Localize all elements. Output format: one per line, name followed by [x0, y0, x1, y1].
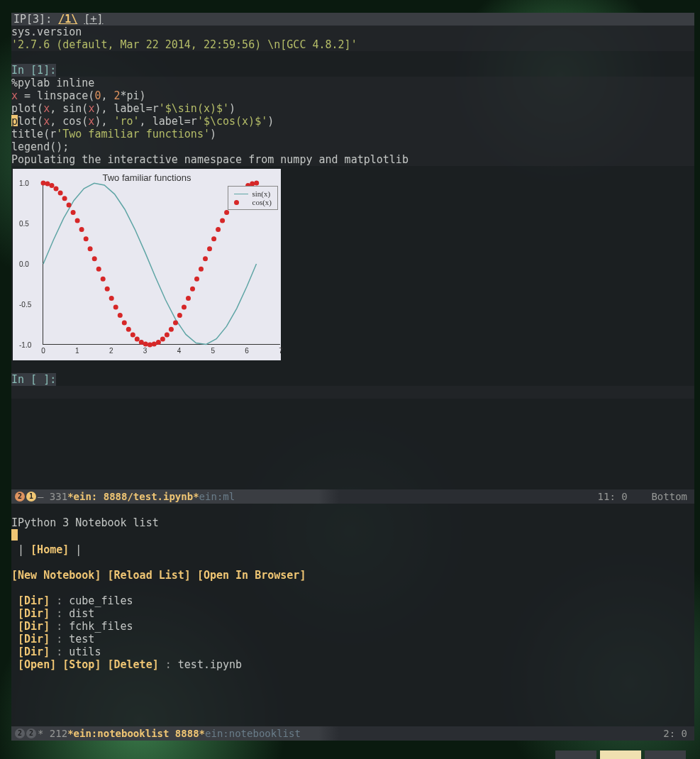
plot-legend: sin(x) cos(x) — [228, 186, 279, 210]
svg-point-14 — [101, 277, 106, 282]
svg-point-20 — [126, 327, 131, 332]
open-browser-button[interactable]: [Open In Browser] — [197, 569, 306, 582]
reload-list-button[interactable]: [Reload List] — [107, 569, 190, 582]
svg-point-41 — [216, 227, 221, 232]
svg-point-11 — [88, 246, 93, 251]
svg-point-7 — [71, 210, 76, 215]
svg-point-37 — [199, 267, 204, 272]
svg-point-25 — [148, 343, 152, 348]
cell-empty-input[interactable] — [11, 386, 694, 399]
svg-point-26 — [152, 342, 157, 347]
svg-point-2 — [50, 183, 55, 188]
svg-point-43 — [224, 210, 229, 215]
svg-point-8 — [75, 218, 80, 223]
svg-point-27 — [156, 340, 161, 345]
tab-new[interactable]: [+] — [84, 13, 103, 26]
svg-point-9 — [79, 227, 84, 232]
svg-point-29 — [165, 332, 170, 337]
svg-point-1 — [45, 181, 50, 186]
open-button[interactable]: [Open] — [18, 658, 56, 671]
plot-title: Two familiar functions — [13, 169, 281, 183]
svg-point-19 — [122, 321, 127, 326]
svg-point-4 — [58, 191, 63, 196]
svg-point-6 — [67, 202, 72, 207]
svg-point-23 — [139, 340, 144, 345]
svg-point-42 — [220, 218, 225, 223]
cell-1-prompt: In [1]: — [11, 64, 56, 77]
nblist-title: IPython 3 Notebook list — [11, 516, 159, 529]
svg-point-16 — [109, 296, 114, 301]
plot-output: Two familiar functions sin(x) cos(x) -1.… — [13, 169, 281, 360]
notebook-list-pane: IPython 3 Notebook list | [Home] | [New … — [11, 504, 694, 728]
tab-active[interactable]: /1\ — [58, 13, 77, 26]
dir-link[interactable]: [Dir] — [18, 633, 50, 646]
svg-point-31 — [173, 321, 178, 326]
svg-point-33 — [182, 305, 187, 310]
dir-link[interactable]: [Dir] — [18, 620, 50, 633]
cell-1-input[interactable]: %pylab inline x = linspace(0, 2*pi) plot… — [11, 77, 694, 166]
svg-point-39 — [207, 246, 212, 251]
svg-point-3 — [54, 187, 59, 192]
svg-point-5 — [62, 196, 67, 201]
svg-point-0 — [41, 181, 46, 186]
svg-point-36 — [194, 277, 199, 282]
stop-button[interactable]: [Stop] — [62, 658, 101, 671]
svg-point-22 — [135, 337, 140, 342]
modeline-bottom: 22 * 212 *ein:notebooklist 8888* ein:not… — [11, 726, 694, 741]
cell-3-output: sys.version '2.7.6 (default, Mar 22 2014… — [11, 26, 694, 51]
svg-point-30 — [169, 327, 174, 332]
dir-link[interactable]: [Dir] — [18, 607, 50, 620]
cell-empty-prompt[interactable]: In [ ]: — [11, 373, 56, 386]
dir-link[interactable]: [Dir] — [18, 594, 50, 607]
svg-point-34 — [186, 296, 191, 301]
svg-point-17 — [113, 305, 118, 310]
home-link[interactable]: [Home] — [30, 543, 69, 556]
svg-point-35 — [190, 287, 195, 292]
svg-point-28 — [160, 337, 165, 342]
tab-bar: IP[3]: /1\ [+] — [11, 13, 694, 26]
svg-point-50 — [254, 181, 259, 186]
svg-point-15 — [105, 287, 110, 292]
cursor: p — [11, 115, 18, 126]
svg-point-38 — [203, 256, 208, 261]
dir-link[interactable]: [Dir] — [18, 646, 50, 658]
modeline-top: 21 – 331 *ein: 8888/test.ipynb* ein:ml 1… — [11, 489, 694, 504]
svg-point-10 — [84, 236, 89, 241]
delete-button[interactable]: [Delete] — [107, 658, 158, 671]
cursor — [11, 529, 18, 541]
svg-point-40 — [211, 236, 216, 241]
notebook-editor-pane: IP[3]: /1\ [+] sys.version '2.7.6 (defau… — [11, 13, 694, 489]
svg-point-18 — [118, 313, 123, 318]
svg-point-12 — [92, 256, 97, 261]
svg-point-21 — [130, 332, 135, 337]
taskbar — [555, 750, 686, 759]
new-notebook-button[interactable]: [New Notebook] — [11, 569, 101, 582]
svg-point-13 — [96, 267, 101, 272]
svg-point-32 — [177, 313, 182, 318]
svg-point-24 — [143, 342, 148, 347]
